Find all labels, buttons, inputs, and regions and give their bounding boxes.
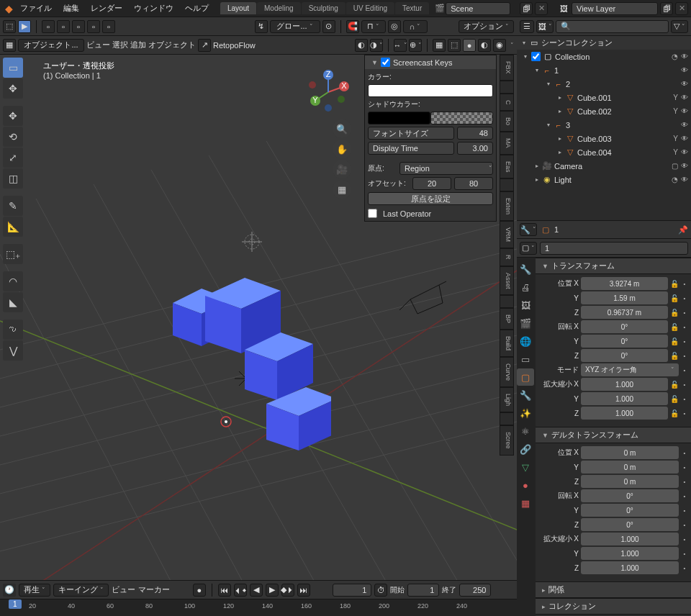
disclosure-icon[interactable]: ▸ <box>533 163 541 169</box>
outliner-row[interactable]: ▾▢Collection◔👁 <box>517 50 691 63</box>
disclosure-icon[interactable]: ▸ <box>533 176 541 183</box>
prop-edit-dropdown[interactable]: ∩˅ <box>403 20 428 33</box>
datablock-icon[interactable]: ▢˅ <box>520 242 537 255</box>
disclosure-icon[interactable]: ▾ <box>544 122 553 128</box>
n-tab[interactable]: Build <box>500 330 514 357</box>
tab-layout[interactable]: Layout <box>220 2 256 14</box>
camera-view-button[interactable]: 🎥 <box>333 160 351 178</box>
outliner-row[interactable]: ▸🎥Camera▢👁 <box>517 159 691 173</box>
anim-dot[interactable]: • <box>681 281 688 287</box>
orientation-icon[interactable]: ↯ <box>255 20 268 33</box>
restrict-icon[interactable]: 👁 <box>681 176 688 184</box>
value-field[interactable]: 0° <box>581 504 679 517</box>
anim-dot[interactable]: • <box>681 396 688 402</box>
close-workspace-icon[interactable]: ✕ <box>535 2 548 15</box>
restrict-icon[interactable]: Y <box>673 135 678 142</box>
panel-toggle-icon[interactable]: ▸ <box>542 586 546 594</box>
lock-icon[interactable]: 🔓 <box>670 338 679 345</box>
geom-icon[interactable]: ↗ <box>198 39 211 52</box>
playhead[interactable]: 1 <box>9 599 22 609</box>
n-tab[interactable]: MA <box>500 132 514 155</box>
restrict-icon[interactable]: 👁 <box>681 135 688 142</box>
lock-icon[interactable]: 🔓 <box>670 323 679 331</box>
outliner-search[interactable]: 🔍 <box>556 20 669 33</box>
keying-dropdown[interactable]: キーイング˅ <box>53 584 109 597</box>
value-field[interactable]: 0° <box>581 518 679 531</box>
value-field[interactable]: 0° <box>581 320 668 333</box>
anim-dot[interactable]: • <box>681 367 688 373</box>
lock-icon[interactable]: 🔓 <box>670 409 679 417</box>
tool-measure[interactable]: 📐 <box>3 217 23 237</box>
tab-modeling[interactable]: Modeling <box>257 2 301 14</box>
gizmo-toggle-icon[interactable]: ↔˅ <box>394 39 407 52</box>
n-tab[interactable] <box>500 178 514 191</box>
outliner-filter-dropdown[interactable]: ▽˅ <box>671 20 688 33</box>
ptab-material[interactable]: ● <box>517 476 534 494</box>
falloff-dropdown[interactable]: グロー...˅ <box>270 20 320 33</box>
n-tab[interactable] <box>500 81 514 94</box>
n-tab[interactable]: Eas <box>500 155 514 179</box>
menu-add[interactable]: 追加 <box>130 40 146 50</box>
snap-icon[interactable]: 🧲 <box>346 20 359 33</box>
ortho-toggle-button[interactable]: ▦ <box>333 180 351 199</box>
mode-dropdown[interactable]: オブジェクト... <box>18 39 84 52</box>
outliner-row[interactable]: ▾⌐2👁 <box>517 77 691 91</box>
value-field[interactable]: 1.000 <box>581 547 679 560</box>
anim-dot[interactable]: • <box>681 522 688 528</box>
outliner-row[interactable]: ▸▽Cube.001Y👁 <box>517 91 691 104</box>
tool-select-box[interactable]: ▭ <box>3 58 23 78</box>
mode-icon[interactable]: ▦ <box>3 39 16 52</box>
restrict-icon[interactable]: ▢ <box>672 162 678 170</box>
n-tab[interactable]: Ligh <box>500 387 514 412</box>
ptab-viewlayer[interactable]: 🖼 <box>517 296 534 314</box>
zoom-button[interactable]: 🔍 <box>333 119 351 138</box>
anim-dot[interactable]: • <box>681 464 688 471</box>
restrict-icon[interactable]: ◔ <box>672 176 678 184</box>
restrict-icon[interactable]: Y <box>673 107 678 115</box>
outliner-editor-icon[interactable]: ☰ <box>520 20 534 33</box>
disclosure-icon[interactable]: ▸ <box>556 149 564 155</box>
n-tab[interactable]: Scree <box>500 425 514 456</box>
lock-icon[interactable]: 🔓 <box>670 280 679 288</box>
outliner-row[interactable]: ▸◉Light◔👁 <box>517 173 691 186</box>
anim-dot[interactable]: • <box>681 295 688 302</box>
n-tab[interactable]: R <box>500 248 514 266</box>
restrict-icon[interactable]: Y <box>673 148 678 156</box>
ptab-modifiers[interactable]: 🔧 <box>517 386 534 404</box>
outliner-display-dropdown[interactable]: 🖼˅ <box>536 20 554 33</box>
tool-move[interactable]: ✥ <box>3 106 23 126</box>
end-frame[interactable]: 250 <box>459 584 491 597</box>
tool-annotate[interactable]: ✎ <box>3 196 23 216</box>
overlay-1-icon[interactable]: ◐ <box>355 39 368 52</box>
menu-edit[interactable]: 編集 <box>58 3 85 14</box>
outliner[interactable]: ▾▭ シーンコレクション ▾▢Collection◔👁▾⌐1👁▾⌐2👁▸▽Cub… <box>517 36 691 220</box>
value-field[interactable]: 3.9274 m <box>581 277 668 290</box>
scene-name[interactable]: Scene <box>446 2 510 15</box>
menu-select[interactable]: 選択 <box>112 40 128 50</box>
timeline-view[interactable]: ビュー <box>112 584 135 595</box>
n-tab[interactable]: FBX <box>500 55 514 81</box>
tab-uv[interactable]: UV Editing <box>346 2 394 14</box>
menu-object[interactable]: オブジェクト <box>148 40 196 50</box>
shading-wire-icon[interactable]: ⬚ <box>448 39 461 52</box>
lock-icon[interactable]: 🔓 <box>670 352 679 360</box>
shading-matprev-icon[interactable]: ◐ <box>478 39 491 52</box>
editor-type-icon[interactable]: ⬚ <box>3 20 16 33</box>
shadow-color-swatch[interactable] <box>368 112 430 124</box>
lock-icon[interactable]: 🔓 <box>670 381 679 389</box>
pin-icon[interactable]: 📌 <box>678 225 688 235</box>
cursor-tool-icon[interactable]: ▶ <box>18 20 31 33</box>
value-field[interactable]: 1.000 <box>581 407 668 420</box>
panel-disclosure-icon[interactable]: ▼ <box>371 59 378 66</box>
shadow-alpha-swatch[interactable] <box>430 112 493 124</box>
tab-sculpting[interactable]: Sculpting <box>302 2 346 14</box>
shading-dropdown-icon[interactable]: ˅ <box>510 42 514 49</box>
prop-edit-icon[interactable]: ◎ <box>388 20 401 33</box>
play-button[interactable]: ▶ <box>266 584 279 597</box>
tool-extra-4[interactable]: ⋁ <box>3 340 23 361</box>
n-tab[interactable]: Curve <box>500 357 514 387</box>
offset-y[interactable]: 80 <box>454 177 493 190</box>
restrict-icon[interactable]: 👁 <box>681 162 688 170</box>
anim-dot[interactable]: • <box>681 309 688 316</box>
restrict-icon[interactable]: 👁 <box>681 66 688 74</box>
